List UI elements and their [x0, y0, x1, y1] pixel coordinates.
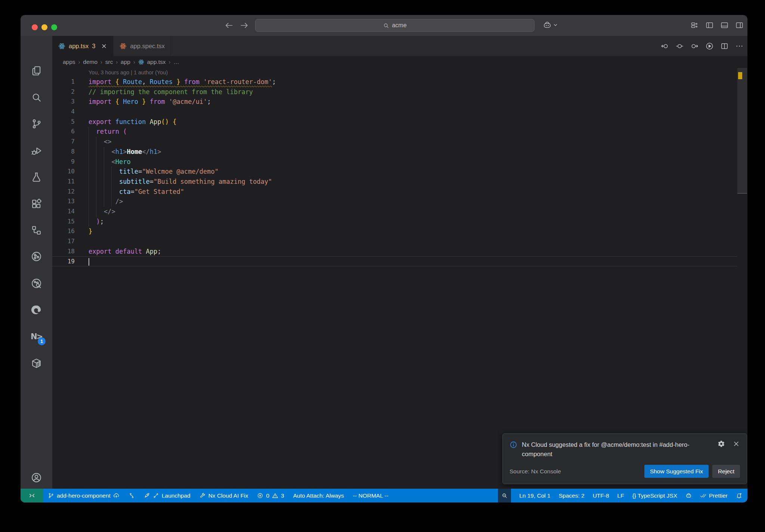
status-item-git-branch[interactable]: add-hero-component	[48, 489, 120, 502]
tab-close-icon[interactable]	[101, 43, 107, 49]
status-item-eol[interactable]: LF	[617, 489, 624, 502]
history-back-button[interactable]	[224, 21, 234, 30]
status-item-copilot-status[interactable]	[685, 489, 692, 502]
activity-bar-item-nx-console[interactable]: N>1	[21, 326, 52, 347]
code-line[interactable]: 11 subtitle="Build something amazing tod…	[52, 177, 737, 187]
status-item-vim-mode[interactable]: -- NORMAL --	[353, 489, 388, 502]
line-number[interactable]: 14	[52, 207, 75, 217]
code-line[interactable]: 18export default App;	[52, 247, 737, 257]
line-number[interactable]: 3	[52, 97, 75, 107]
window-minimize-button[interactable]	[41, 24, 47, 30]
status-item-zoom-indicator[interactable]	[498, 489, 511, 502]
code-line[interactable]: 9 <Hero	[52, 157, 737, 167]
code-line[interactable]: 3import { Hero } from '@acme/ui';	[52, 97, 737, 107]
activity-bar-item-account[interactable]	[21, 467, 52, 488]
line-number[interactable]: 8	[52, 147, 75, 157]
history-forward-button[interactable]	[239, 21, 249, 30]
status-item-nx-cloud-ai-fix[interactable]: Nx Cloud AI Fix	[199, 489, 248, 502]
scrollbar-thumb[interactable]	[737, 68, 747, 194]
line-number[interactable]: 17	[52, 236, 75, 247]
tab-app-tsx[interactable]: app.tsx 3	[52, 36, 114, 56]
more-actions-icon[interactable]	[735, 42, 744, 50]
activity-bar-item-search[interactable]	[21, 87, 52, 108]
breadcrumb-item[interactable]: app	[121, 59, 130, 65]
code-line[interactable]: 4	[52, 107, 737, 117]
status-item-formatter[interactable]: Prettier	[700, 489, 728, 502]
code-line[interactable]: 6 return (	[52, 127, 737, 137]
line-number[interactable]: 19	[52, 257, 75, 266]
customize-layout-icon[interactable]	[690, 21, 699, 30]
activity-bar-item-containers[interactable]	[21, 353, 52, 374]
line-number[interactable]: 11	[52, 177, 75, 187]
status-item-indentation[interactable]: Spaces: 2	[559, 489, 585, 502]
breadcrumb[interactable]: apps›demo›src›app›app.tsx›…	[52, 56, 747, 68]
code-line[interactable]: 15 );	[52, 217, 737, 227]
tab-app-spec-tsx[interactable]: app.spec.tsx	[114, 36, 171, 56]
line-number[interactable]: 9	[52, 157, 75, 167]
line-number[interactable]: 12	[52, 187, 75, 197]
status-item-git-graph[interactable]	[128, 489, 135, 502]
line-number[interactable]: 5	[52, 117, 75, 127]
line-number[interactable]: 6	[52, 127, 75, 137]
panel-left-icon[interactable]	[705, 21, 714, 30]
status-item-auto-attach[interactable]: Auto Attach: Always	[293, 489, 344, 502]
copilot-menu-button[interactable]	[543, 21, 558, 30]
status-item-notifications-bell[interactable]	[736, 489, 742, 502]
panel-bottom-icon[interactable]	[720, 21, 729, 30]
code-line[interactable]: 14 </>	[52, 207, 737, 217]
activity-bar-item-edge-browser[interactable]	[21, 299, 52, 320]
activity-bar-item-explorer[interactable]	[21, 60, 52, 81]
line-number[interactable]: 18	[52, 247, 75, 257]
code-line[interactable]: 16}	[52, 226, 737, 236]
code-line[interactable]: 5export function App() {	[52, 117, 737, 127]
window-zoom-button[interactable]	[51, 24, 57, 30]
code-editor[interactable]: You, 3 hours ago | 1 author (You) 1impor…	[52, 68, 737, 489]
status-item-launchpad[interactable]: Launchpad	[144, 489, 191, 502]
code-line[interactable]: 19	[52, 256, 737, 266]
status-item-cursor-position[interactable]: Ln 19, Col 1	[519, 489, 551, 502]
code-line[interactable]: 2// importing the component from the lib…	[52, 87, 737, 97]
line-number[interactable]: 2	[52, 87, 75, 97]
activity-bar-item-git-graph-circle[interactable]	[21, 246, 52, 267]
line-number[interactable]: 10	[52, 167, 75, 177]
line-number[interactable]: 13	[52, 197, 75, 207]
code-line[interactable]: 7 <>	[52, 137, 737, 147]
code-line[interactable]: 10 title="Welcmoe @acme/demo"	[52, 167, 737, 177]
status-item-language-mode[interactable]: {} TypeScript JSX	[632, 489, 677, 502]
navigate-forward-icon[interactable]	[690, 42, 699, 50]
breadcrumb-item[interactable]: demo	[83, 59, 97, 65]
line-number[interactable]: 16	[52, 226, 75, 236]
activity-bar-item-run-debug[interactable]	[21, 140, 52, 161]
command-center-search[interactable]: acme	[255, 19, 535, 32]
breadcrumb-item[interactable]: …	[173, 59, 179, 65]
activity-bar-item-testing[interactable]	[21, 166, 52, 187]
split-editor-icon[interactable]	[720, 42, 729, 50]
activity-bar-item-extensions[interactable]	[21, 193, 52, 214]
show-suggested-fix-button[interactable]: Show Suggested Fix	[644, 465, 709, 478]
run-icon[interactable]	[705, 42, 714, 50]
status-item-encoding[interactable]: UTF-8	[593, 489, 609, 502]
breadcrumb-item[interactable]: app.tsx	[147, 59, 166, 65]
code-line[interactable]: 8 <h1>Home</h1>	[52, 147, 737, 157]
navigate-back-icon[interactable]	[660, 42, 669, 50]
remote-indicator-button[interactable]	[21, 489, 43, 502]
activity-bar-item-nx-graph[interactable]	[21, 273, 52, 294]
notification-settings-icon[interactable]	[718, 440, 725, 448]
activity-bar-item-references[interactable]	[21, 220, 52, 241]
notification-close-icon[interactable]	[733, 440, 740, 448]
window-close-button[interactable]	[32, 24, 38, 30]
reject-button[interactable]: Reject	[712, 465, 740, 478]
status-item-problems[interactable]: 03	[257, 489, 284, 502]
line-number[interactable]: 15	[52, 217, 75, 227]
code-line[interactable]: 1import { Route, Routes } from 'react-ro…	[52, 77, 737, 87]
line-number[interactable]: 1	[52, 77, 75, 87]
panel-right-icon[interactable]	[735, 21, 744, 30]
line-number[interactable]: 4	[52, 107, 75, 117]
code-line[interactable]: 17	[52, 236, 737, 247]
timeline-marker-icon[interactable]	[675, 42, 684, 50]
line-number[interactable]: 7	[52, 137, 75, 147]
code-line[interactable]: 13 />	[52, 197, 737, 207]
activity-bar-item-source-control[interactable]	[21, 113, 52, 134]
editor-scrollbar[interactable]	[737, 68, 747, 489]
code-line[interactable]: 12 cta="Get Started"	[52, 187, 737, 197]
